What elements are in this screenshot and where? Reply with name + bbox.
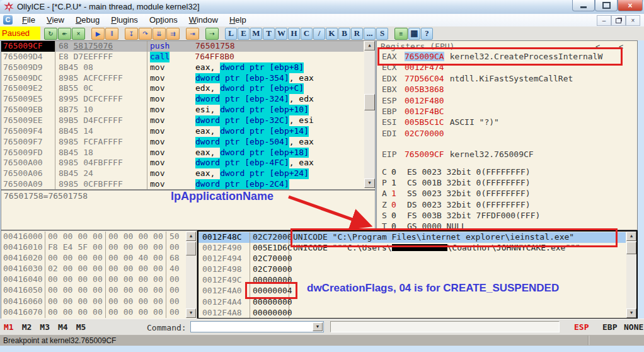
help-button[interactable]: ?	[421, 28, 433, 40]
disasm-row[interactable]: 765009D4E8 D7EEFFFFcall764FF8B0	[1, 52, 364, 62]
goto-button[interactable]: ⇢	[205, 28, 219, 40]
disasm-row[interactable]: 765009DC8985 ACFCFFFFmovdword ptr [ebp-3…	[1, 73, 364, 84]
letter-button-...[interactable]: ...	[364, 28, 376, 40]
run-button[interactable]: ▶	[91, 28, 105, 40]
scroll-up-icon[interactable]: ▲	[626, 232, 636, 241]
menu-item-debug[interactable]: Debug	[70, 14, 105, 26]
menu-item-file[interactable]: File	[16, 14, 41, 26]
stack-scrollbar[interactable]: ▲ ▼	[626, 232, 636, 318]
step-into-button[interactable]: ↧	[125, 28, 138, 40]
menu-item-view[interactable]: View	[41, 14, 70, 26]
letter-button-R[interactable]: R	[351, 28, 363, 40]
disasm-row[interactable]: 765009FD8B45 18moveax, dword ptr [ebp+18…	[1, 148, 364, 158]
letter-button-W[interactable]: W	[275, 28, 287, 40]
letter-button-/[interactable]: /	[313, 28, 325, 40]
dump-scroll-thumb[interactable]	[186, 242, 196, 255]
dump-row[interactable]: 00416030020000000000000040	[1, 264, 185, 274]
stack-scroll-thumb[interactable]	[626, 242, 636, 254]
letter-button-H[interactable]: H	[288, 28, 300, 40]
memory-tab-m3[interactable]: M3	[40, 322, 50, 332]
none-toggle[interactable]: NONE	[624, 322, 643, 332]
disasm-scroll-thumb[interactable]	[364, 94, 375, 110]
dump-row[interactable]: 00416050000000000000000000	[1, 285, 185, 296]
disasm-scrollbar[interactable]: ▲ ▼	[364, 41, 375, 188]
disasm-row[interactable]: 765009E58995 DCFCFFFFmovdword ptr [ebp-3…	[1, 94, 364, 105]
letter-button-S[interactable]: S	[376, 28, 388, 40]
disasm-row[interactable]: 765009CF68 58175076push76501758	[1, 41, 364, 52]
memory-tab-m1[interactable]: M1	[4, 322, 14, 332]
disasm-row[interactable]: 765009E28B55 0Cmovedx, dword ptr [ebp+C]	[1, 83, 364, 94]
dump-row[interactable]: 00416010F8E45F000000000000	[1, 242, 185, 253]
menu-item-help[interactable]: Help	[224, 14, 252, 26]
dump-row[interactable]: 00416070000000000000000000	[1, 307, 185, 318]
register-row[interactable]: EDX77D56C04ntdll.KiFastSystemCallRet	[382, 74, 573, 85]
cpu-window-icon[interactable]: C	[3, 15, 13, 25]
mdi-minimize-button[interactable]: –	[597, 15, 611, 26]
stack-row[interactable]: 0012F49402C70000	[198, 254, 626, 264]
command-input[interactable]: ▼	[190, 321, 324, 332]
log-options-button[interactable]: ≡	[394, 28, 408, 40]
flag-row[interactable]: P1CS 001B 32bit 0(FFFFFFFF)	[382, 178, 531, 189]
disasm-row[interactable]: 765009D98B45 08moveax, dword ptr [ebp+8]	[1, 62, 364, 73]
memory-tab-m2[interactable]: M2	[22, 322, 32, 332]
dump-pane[interactable]: 0041600000000000000000005000416010F8E45F…	[1, 230, 197, 319]
scroll-up-icon[interactable]: ▲	[364, 41, 375, 50]
memory-tab-m4[interactable]: M4	[58, 322, 68, 332]
flag-row[interactable]: S0FS 003B 32bit 7FFDF000(FFF)	[382, 211, 540, 221]
rewind-button[interactable]: ↞	[58, 28, 71, 40]
dump-row[interactable]: 00416000000000000000000050	[1, 232, 185, 242]
animate-into-button[interactable]: ⇊	[152, 28, 166, 40]
menu-item-plugins[interactable]: Plugins	[105, 14, 144, 26]
register-row[interactable]: EIP765009CFkernel32.765009CF	[382, 150, 534, 160]
register-row[interactable]: ESP0012F480	[382, 96, 444, 107]
menu-item-options[interactable]: Options	[144, 14, 183, 26]
letter-button-K[interactable]: K	[326, 28, 338, 40]
disassembly-pane[interactable]: 765009CF68 58175076push76501758765009D4E…	[1, 40, 376, 190]
close-program-button[interactable]: ×	[72, 28, 85, 40]
disasm-row[interactable]: 76500A068B45 24moveax, dword ptr [ebp+24…	[1, 168, 364, 179]
register-row[interactable]: ESI005B5C1CASCII "?)"	[382, 117, 499, 128]
dropdown-arrow-icon[interactable]: ▼	[313, 322, 323, 331]
menu-item-window[interactable]: Window	[183, 14, 224, 26]
register-row[interactable]: EBP0012F4BC	[382, 107, 444, 117]
stack-row[interactable]: 0012F4A800000000	[198, 308, 626, 319]
flag-row[interactable]: Z0DS 0023 32bit 0(FFFFFFFF)	[382, 200, 531, 211]
register-row[interactable]: EDI02C70000	[382, 129, 444, 139]
dump-row[interactable]: 00416060000000000000000000	[1, 296, 185, 307]
maximize-button[interactable]	[595, 0, 618, 11]
scroll-down-icon[interactable]: ▼	[186, 308, 196, 318]
dump-row[interactable]: 00416020000000000000400068	[1, 253, 185, 264]
dump-row[interactable]: 00416040000000000000000000	[1, 274, 185, 285]
mdi-close-button[interactable]: ×	[626, 15, 640, 26]
disasm-row[interactable]: 765009EB8B75 10movesi, dword ptr [ebp+10…	[1, 105, 364, 115]
letter-button-C[interactable]: C	[301, 28, 313, 40]
letter-button-M[interactable]: M	[250, 28, 262, 40]
aux-field[interactable]	[330, 321, 560, 332]
scroll-down-icon[interactable]: ▼	[626, 308, 636, 318]
registers-pane[interactable]: Registers (FPU) < < EAX765009CAkernel32.…	[376, 40, 638, 230]
disasm-row[interactable]: 76500A008985 04FBFFFFmovdword ptr [ebp-4…	[1, 158, 364, 168]
minimize-button[interactable]	[572, 0, 595, 11]
letter-button-L[interactable]: L	[225, 28, 237, 40]
animate-over-button[interactable]: ⇉	[166, 28, 180, 40]
register-row[interactable]: EBX005B3868	[382, 85, 444, 95]
stack-row[interactable]: 0012F49802C70000	[198, 264, 626, 275]
disasm-row[interactable]: 765009F78985 FCFAFFFFmovdword ptr [ebp-5…	[1, 137, 364, 148]
disasm-row[interactable]: 765009EE89B5 D4FCFFFFmovdword ptr [ebp-3…	[1, 115, 364, 126]
close-button[interactable]: ×	[618, 0, 643, 11]
flag-row[interactable]: C0ES 0023 32bit 0(FFFFFFFF)	[382, 167, 531, 178]
step-over-button[interactable]: ↷	[139, 28, 152, 40]
scroll-up-icon[interactable]: ▲	[186, 232, 196, 241]
letter-button-T[interactable]: T	[263, 28, 275, 40]
memory-tab-m5[interactable]: M5	[76, 322, 86, 332]
letter-button-B[interactable]: B	[338, 28, 350, 40]
disasm-row[interactable]: 765009F48B45 14moveax, dword ptr [ebp+14…	[1, 126, 364, 137]
ebp-toggle[interactable]: EBP	[602, 322, 617, 332]
mdi-restore-button[interactable]	[611, 15, 626, 26]
execute-till-return-button[interactable]: ⇥	[186, 28, 199, 40]
dump-scrollbar[interactable]: ▲ ▼	[186, 232, 196, 318]
flag-row[interactable]: A1SS 0023 32bit 0(FFFFFFFF)	[382, 189, 531, 199]
pause-button[interactable]: ‖	[105, 28, 118, 40]
restart-button[interactable]: ↻	[44, 28, 57, 40]
appearance-button[interactable]: ▦	[408, 28, 420, 40]
